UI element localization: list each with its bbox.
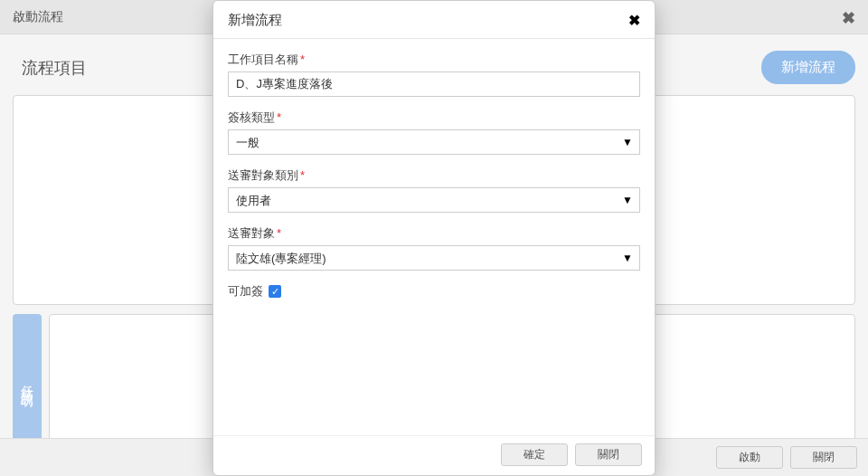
- dialog-close-icon[interactable]: ✖: [628, 12, 640, 29]
- page-header-title: 啟動流程: [13, 9, 63, 25]
- dialog-header: 新增流程 ✖: [213, 1, 655, 39]
- confirm-button[interactable]: 確定: [501, 443, 568, 466]
- recipient-category-label: 送審對象類別*: [228, 167, 640, 184]
- new-flow-dialog: 新增流程 ✖ 工作項目名稱* 簽核類型* 一般 ▼ 送審對象類別* 使用者: [212, 0, 656, 476]
- field-recipient-category: 送審對象類別* 使用者 ▼: [228, 167, 640, 213]
- dialog-body: 工作項目名稱* 簽核類型* 一般 ▼ 送審對象類別* 使用者 ▼ 送: [213, 39, 655, 435]
- required-mark: *: [300, 168, 305, 182]
- cosign-label: 可加簽: [228, 283, 263, 300]
- field-approval-type: 簽核類型* 一般 ▼: [228, 109, 640, 155]
- new-flow-button[interactable]: 新增流程: [761, 51, 855, 84]
- close-icon[interactable]: ✖: [842, 8, 855, 28]
- dialog-title: 新增流程: [228, 12, 282, 29]
- page-close-button[interactable]: 關閉: [790, 446, 857, 469]
- field-recipient: 送審對象* 陸文雄(專案經理) ▼: [228, 225, 640, 271]
- dialog-footer: 確定 關閉: [213, 435, 655, 475]
- field-cosign: 可加簽 ✓: [228, 283, 640, 300]
- item-name-input[interactable]: [228, 71, 640, 97]
- item-name-label: 工作項目名稱*: [228, 52, 640, 68]
- recipient-select[interactable]: 陸文雄(專案經理): [228, 245, 640, 271]
- approval-type-select[interactable]: 一般: [228, 129, 640, 155]
- cosign-checkbox[interactable]: ✓: [269, 285, 281, 298]
- approval-type-label: 簽核類型*: [228, 109, 640, 126]
- dialog-close-button[interactable]: 關閉: [575, 443, 642, 466]
- field-item-name: 工作項目名稱*: [228, 52, 640, 97]
- recipient-label: 送審對象*: [228, 225, 640, 242]
- section-title: 流程項目: [13, 57, 87, 79]
- recipient-category-select[interactable]: 使用者: [228, 187, 640, 213]
- task-desc-tab[interactable]: 任務說明: [13, 314, 42, 450]
- required-mark: *: [277, 110, 281, 124]
- start-button[interactable]: 啟動: [716, 446, 783, 469]
- required-mark: *: [300, 52, 305, 66]
- required-mark: *: [277, 226, 281, 240]
